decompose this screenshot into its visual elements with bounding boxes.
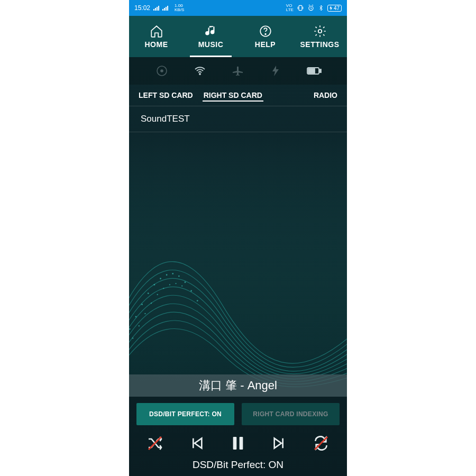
- tab-home[interactable]: HOME: [129, 16, 184, 57]
- waveform-graphic: [129, 132, 347, 397]
- footer-status: DSD/Bit Perfect: ON: [129, 458, 347, 476]
- shuffle-icon[interactable]: [147, 435, 163, 452]
- svg-point-22: [185, 281, 186, 283]
- svg-point-19: [166, 274, 168, 276]
- tab-music-label: MUSIC: [198, 40, 224, 49]
- home-icon: [150, 24, 163, 38]
- svg-point-24: [197, 300, 198, 301]
- android-status-bar: 15:02 1.00 KB/S VO LTE 47: [129, 0, 347, 16]
- battery-strip-icon[interactable]: [307, 65, 322, 77]
- gear-icon: [313, 24, 327, 38]
- disc-icon[interactable]: [154, 65, 169, 77]
- next-icon[interactable]: [271, 435, 288, 452]
- svg-rect-1: [299, 5, 302, 10]
- tab-settings-label: SETTINGS: [300, 40, 339, 49]
- svg-point-23: [190, 290, 192, 292]
- svg-point-7: [161, 70, 163, 72]
- svg-point-8: [199, 74, 200, 75]
- svg-point-27: [144, 313, 145, 314]
- vibrate-icon: [297, 4, 304, 12]
- help-icon: [259, 24, 272, 38]
- folder-item-label: SoundTEST: [141, 114, 190, 124]
- svg-point-14: [135, 316, 137, 317]
- flash-icon[interactable]: [269, 65, 283, 77]
- signal-bars-icon-2: [162, 6, 168, 11]
- svg-rect-12: [129, 132, 347, 397]
- folder-item[interactable]: SoundTEST: [129, 106, 347, 132]
- clock: 15:02: [134, 4, 150, 12]
- data-rate: 1.00 KB/S: [175, 4, 184, 12]
- svg-rect-11: [308, 69, 315, 73]
- svg-point-29: [157, 294, 158, 295]
- svg-point-16: [148, 292, 149, 294]
- storage-tabs: LEFT SD CARD RIGHT SD CARD RADIO: [129, 85, 347, 106]
- status-left: 15:02 1.00 KB/S: [134, 4, 184, 12]
- volte-icon: VO LTE: [286, 4, 294, 12]
- pause-icon[interactable]: [230, 435, 246, 452]
- now-playing-title: 溝口 肇 - Angel: [199, 379, 277, 392]
- phone-frame: 15:02 1.00 KB/S VO LTE 47 HOME: [129, 0, 347, 476]
- wifi-strip-icon[interactable]: [193, 65, 207, 77]
- svg-point-4: [265, 34, 266, 35]
- visualizer-area: 溝口 肇 - Angel: [129, 132, 347, 397]
- action-buttons: DSD/BIT PERFECT: ON RIGHT CARD INDEXING: [129, 397, 347, 428]
- status-right: VO LTE 47: [286, 4, 342, 12]
- previous-icon[interactable]: [188, 435, 205, 452]
- svg-point-18: [160, 278, 161, 279]
- subtab-left-sd[interactable]: LEFT SD CARD: [133, 87, 198, 104]
- svg-point-25: [132, 337, 133, 338]
- svg-point-13: [129, 328, 131, 330]
- svg-point-21: [178, 276, 180, 277]
- signal-bars-icon: [153, 6, 159, 11]
- now-playing-bar[interactable]: 溝口 肇 - Angel: [129, 374, 347, 397]
- svg-rect-36: [240, 437, 243, 450]
- subtab-right-sd[interactable]: RIGHT SD CARD: [198, 87, 268, 104]
- tab-help[interactable]: HELP: [238, 16, 292, 57]
- svg-rect-35: [233, 437, 237, 450]
- status-icon-strip: [129, 57, 347, 85]
- svg-point-28: [151, 303, 152, 304]
- dsd-toggle-button[interactable]: DSD/BIT PERFECT: ON: [136, 403, 234, 425]
- tab-home-label: HOME: [145, 40, 168, 49]
- music-icon: [204, 24, 218, 38]
- svg-point-26: [139, 325, 140, 326]
- repeat-icon[interactable]: [313, 435, 329, 452]
- svg-point-30: [163, 288, 164, 289]
- bluetooth-icon: [318, 4, 324, 12]
- svg-point-33: [181, 286, 182, 287]
- alarm-icon: [307, 4, 315, 12]
- svg-point-31: [169, 284, 170, 285]
- tab-settings[interactable]: SETTINGS: [292, 16, 347, 57]
- main-nav: HOME MUSIC HELP SETTINGS: [129, 16, 347, 57]
- airplane-icon[interactable]: [231, 65, 245, 77]
- svg-point-5: [318, 30, 322, 33]
- svg-point-15: [141, 304, 143, 305]
- tab-help-label: HELP: [255, 40, 276, 49]
- playback-controls: [129, 428, 347, 458]
- tab-music[interactable]: MUSIC: [184, 16, 238, 57]
- svg-rect-10: [319, 69, 321, 72]
- indexing-button[interactable]: RIGHT CARD INDEXING: [242, 403, 340, 425]
- svg-point-32: [175, 283, 176, 284]
- subtab-radio[interactable]: RADIO: [308, 87, 343, 104]
- svg-point-20: [172, 273, 173, 274]
- battery-pill: 47: [327, 5, 342, 12]
- svg-point-17: [153, 284, 155, 286]
